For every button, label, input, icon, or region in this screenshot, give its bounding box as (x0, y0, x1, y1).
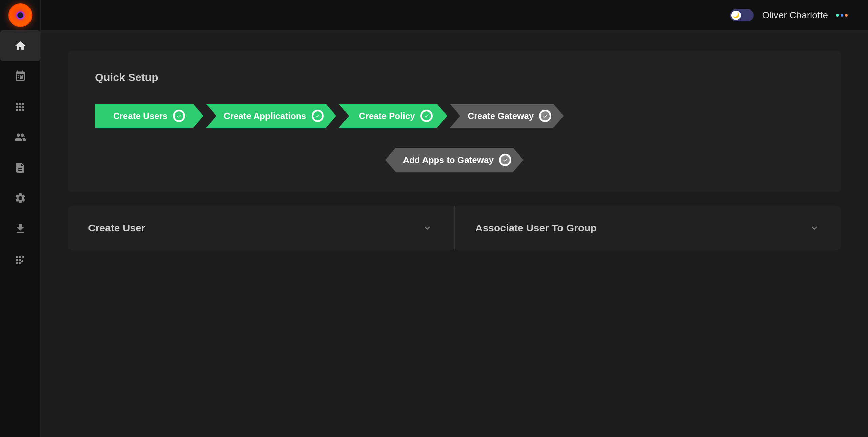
check-inner-create-users (175, 111, 183, 120)
user-menu-icon[interactable] (836, 14, 848, 17)
sidebar-item-integrations[interactable] (0, 244, 40, 274)
toggle-knob (731, 11, 741, 20)
step-create-applications[interactable]: Create Applications (206, 104, 336, 128)
associate-user-chevron[interactable] (808, 222, 821, 234)
app-logo[interactable] (8, 3, 32, 27)
apps-grid-icon (13, 99, 28, 114)
associate-user-panel: Associate User To Group (455, 206, 841, 250)
check-inner-create-gateway (541, 111, 550, 120)
sidebar-item-policies[interactable] (0, 152, 40, 183)
sidebar (0, 0, 41, 437)
home-icon (13, 38, 28, 53)
logo-inner (16, 11, 24, 19)
settings-icon (13, 191, 28, 206)
step-check-create-gateway (539, 110, 551, 122)
step-label-create-users: Create Users (113, 111, 167, 121)
step-body-create-gateway: Create Gateway (450, 104, 564, 128)
steps-row-1: Create Users Create Applications (95, 104, 814, 128)
create-user-header: Create User (88, 222, 433, 234)
quick-setup-section: Quick Setup Create Users (68, 51, 841, 192)
check-inner-create-policy (422, 111, 431, 120)
panels-row: Create User Associate User To Group (68, 206, 841, 250)
step-add-to-gateway[interactable]: Add Apps to Gateway (385, 148, 524, 172)
step-create-policy[interactable]: Create Policy (339, 104, 447, 128)
step-body-add-to-gateway: Add Apps to Gateway (385, 148, 524, 172)
quick-setup-title: Quick Setup (95, 71, 814, 84)
step-create-gateway[interactable]: Create Gateway (450, 104, 564, 128)
step-body-create-policy: Create Policy (339, 104, 447, 128)
sidebar-item-users[interactable] (0, 61, 40, 91)
step-label-add-to-gateway: Add Apps to Gateway (403, 155, 494, 165)
check-inner-create-applications (313, 111, 322, 120)
step-label-create-policy: Create Policy (359, 111, 415, 121)
create-user-panel: Create User (68, 206, 454, 250)
steps-row-2: Add Apps to Gateway (95, 148, 814, 172)
identity-icon (13, 130, 28, 145)
download-icon (13, 221, 28, 236)
theme-toggle[interactable] (730, 9, 754, 21)
create-user-chevron[interactable] (421, 222, 433, 234)
step-label-create-applications: Create Applications (224, 111, 306, 121)
step-body-create-applications: Create Applications (206, 104, 336, 128)
sidebar-item-identity[interactable] (0, 122, 40, 152)
associate-user-title: Associate User To Group (475, 222, 597, 234)
step-check-add-to-gateway (499, 154, 511, 166)
sidebar-item-home[interactable] (0, 30, 40, 61)
step-check-create-users (173, 110, 185, 122)
topbar-right: Oliver Charlotte (730, 9, 848, 21)
step-label-create-gateway: Create Gateway (468, 111, 534, 121)
policies-icon (13, 160, 28, 175)
topbar: Oliver Charlotte (0, 0, 868, 30)
sidebar-item-settings[interactable] (0, 183, 40, 213)
step-body-create-users: Create Users (95, 104, 203, 128)
check-inner-add-to-gateway (501, 155, 510, 164)
username-display: Oliver Charlotte (762, 10, 828, 21)
create-user-title: Create User (88, 222, 145, 234)
logo-area (0, 0, 41, 30)
step-check-create-policy (420, 110, 433, 122)
integrations-icon (13, 252, 28, 267)
step-check-create-applications (312, 110, 324, 122)
sidebar-item-apps[interactable] (0, 91, 40, 122)
step-create-users[interactable]: Create Users (95, 104, 203, 128)
users-icon (13, 69, 28, 84)
main-content: Quick Setup Create Users (41, 30, 868, 437)
associate-user-header: Associate User To Group (475, 222, 821, 234)
sidebar-item-downloads[interactable] (0, 213, 40, 244)
